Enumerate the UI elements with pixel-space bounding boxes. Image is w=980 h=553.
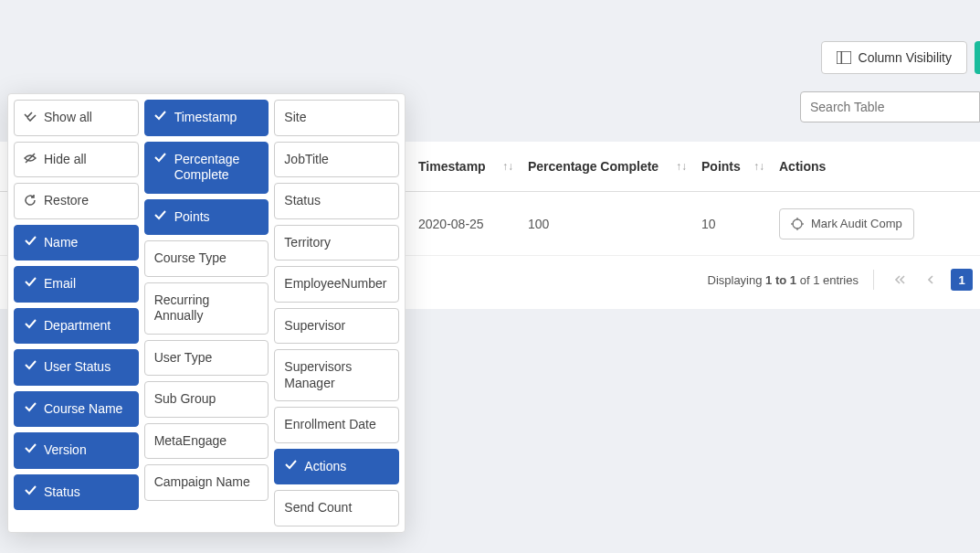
column-visibility-label: Column Visibility <box>859 50 952 65</box>
column-toggle-site[interactable]: Site <box>274 100 399 136</box>
mark-audit-complete-button[interactable]: Mark Audit Comp <box>779 208 914 239</box>
pagination-prev[interactable] <box>920 269 942 291</box>
svg-rect-0 <box>837 51 851 64</box>
sort-icon: ↑↓ <box>502 160 513 173</box>
check-icon <box>24 319 37 329</box>
check-icon <box>154 111 167 121</box>
column-toggle-status[interactable]: Status <box>14 474 139 511</box>
column-toggle-supervisor[interactable]: Supervisor <box>274 308 399 345</box>
svg-point-2 <box>793 219 802 229</box>
column-toggle-status[interactable]: Status <box>274 183 399 219</box>
column-toggle-label: EmployeeNumber <box>284 276 386 292</box>
column-toggle-label: Supervisor <box>284 318 345 335</box>
column-toggle-points[interactable]: Points <box>144 199 269 236</box>
column-toggle-label: Recurring Annually <box>154 292 259 324</box>
double-check-icon <box>24 111 37 122</box>
restore-button[interactable]: Restore <box>14 183 139 219</box>
check-icon <box>284 460 297 470</box>
column-visibility-button[interactable]: Column Visibility <box>821 41 967 74</box>
column-toggle-label: Campaign Name <box>154 474 250 491</box>
column-toggle-sub-group[interactable]: Sub Group <box>144 381 269 418</box>
column-toggle-label: Points <box>174 209 210 226</box>
cell-points: 10 <box>694 217 772 231</box>
cell-timestamp: 2020-08-25 <box>411 217 521 231</box>
column-toggle-percentage-complete[interactable]: Percentage Complete <box>144 142 269 194</box>
cell-percentage-complete: 100 <box>521 217 694 231</box>
column-toggle-label: Status <box>44 484 80 501</box>
column-toggle-label: User Type <box>154 350 213 367</box>
pagination-page-1[interactable]: 1 <box>951 269 973 291</box>
column-visibility-popover: Show all Hide all Restore NameEmailDepar… <box>7 93 406 533</box>
column-toggle-label: Name <box>44 235 78 251</box>
column-toggle-jobtitle[interactable]: JobTitle <box>274 142 399 178</box>
sort-icon: ↑↓ <box>753 160 764 173</box>
column-toggle-label: Course Type <box>154 250 227 267</box>
column-toggle-label: Territory <box>284 235 331 251</box>
column-toggle-label: Percentage Complete <box>174 152 259 184</box>
column-toggle-course-name[interactable]: Course Name <box>14 391 139 428</box>
column-toggle-course-type[interactable]: Course Type <box>144 240 269 277</box>
refresh-icon <box>24 194 37 207</box>
column-header-percentage-complete[interactable]: Percentage Complete ↑↓ <box>521 159 694 174</box>
column-toggle-label: Supervisors Manager <box>284 359 389 391</box>
column-header-timestamp[interactable]: Timestamp ↑↓ <box>411 159 521 174</box>
pagination-first[interactable] <box>889 269 911 291</box>
target-icon <box>791 218 804 230</box>
check-icon <box>24 485 37 495</box>
column-toggle-label: User Status <box>44 359 111 376</box>
column-toggle-enrollment-date[interactable]: Enrollment Date <box>274 407 399 443</box>
column-toggle-timestamp[interactable]: Timestamp <box>144 100 269 136</box>
divider <box>873 270 874 290</box>
check-icon <box>24 236 37 246</box>
column-toggle-label: Enrollment Date <box>284 417 375 433</box>
export-button-fragment[interactable] <box>975 41 980 74</box>
check-icon <box>154 210 167 220</box>
column-toggle-send-count[interactable]: Send Count <box>274 490 399 526</box>
column-toggle-user-status[interactable]: User Status <box>14 349 139 386</box>
column-toggle-department[interactable]: Department <box>14 308 139 345</box>
column-toggle-user-type[interactable]: User Type <box>144 340 269 377</box>
column-toggle-campaign-name[interactable]: Campaign Name <box>144 464 269 501</box>
column-toggle-metaengage[interactable]: MetaEngage <box>144 423 269 460</box>
sort-icon: ↑↓ <box>676 160 687 173</box>
column-toggle-supervisors-manager[interactable]: Supervisors Manager <box>274 349 399 401</box>
column-header-actions: Actions <box>772 159 980 174</box>
show-all-button[interactable]: Show all <box>14 100 139 136</box>
column-toggle-employeenumber[interactable]: EmployeeNumber <box>274 266 399 303</box>
check-icon <box>24 360 37 370</box>
column-toggle-label: Email <box>44 276 76 292</box>
pagination-info: Displaying 1 to 1 of 1 entries <box>708 273 859 287</box>
column-toggle-name[interactable]: Name <box>14 225 139 261</box>
column-toggle-version[interactable]: Version <box>14 432 139 469</box>
column-toggle-email[interactable]: Email <box>14 266 139 303</box>
column-toggle-label: Sub Group <box>154 391 216 408</box>
column-header-points[interactable]: Points ↑↓ <box>694 159 772 174</box>
popover-column-1: Show all Hide all Restore NameEmailDepar… <box>14 100 139 526</box>
eye-off-icon <box>24 153 37 164</box>
column-toggle-label: Version <box>44 442 87 459</box>
column-toggle-recurring-annually[interactable]: Recurring Annually <box>144 282 269 335</box>
column-toggle-label: Send Count <box>284 500 352 516</box>
columns-icon <box>837 51 851 64</box>
hide-all-button[interactable]: Hide all <box>14 142 139 178</box>
column-toggle-label: Course Name <box>44 401 122 418</box>
column-toggle-label: Status <box>284 193 321 209</box>
check-icon <box>154 153 167 163</box>
column-toggle-label: Site <box>284 110 306 126</box>
column-toggle-label: Actions <box>304 459 346 475</box>
popover-column-2: TimestampPercentage CompletePointsCourse… <box>144 100 269 526</box>
check-icon <box>24 402 37 412</box>
popover-column-3: SiteJobTitleStatusTerritoryEmployeeNumbe… <box>274 100 399 526</box>
column-toggle-territory[interactable]: Territory <box>274 225 399 261</box>
check-icon <box>24 277 37 287</box>
column-toggle-label: JobTitle <box>284 152 329 168</box>
column-toggle-label: Timestamp <box>174 110 237 126</box>
search-input[interactable] <box>800 91 980 122</box>
column-toggle-label: Department <box>44 318 111 335</box>
column-toggle-label: MetaEngage <box>154 433 227 450</box>
check-icon <box>24 443 37 453</box>
column-toggle-actions[interactable]: Actions <box>274 449 399 485</box>
